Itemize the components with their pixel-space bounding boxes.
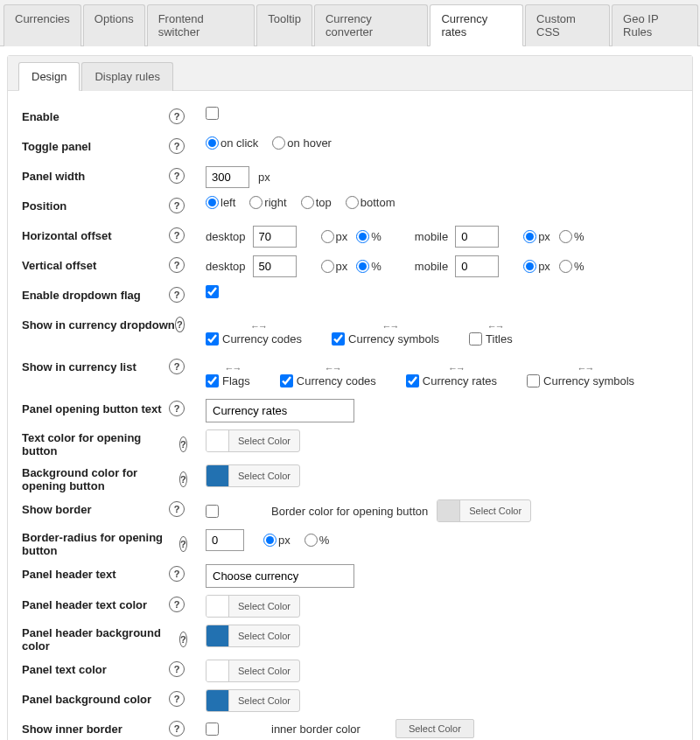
drag-icon[interactable]: ←→ xyxy=(325,364,340,373)
color-picker-bg-open-btn[interactable]: Select Color xyxy=(206,464,300,487)
label-position: Position xyxy=(22,199,66,213)
label-border-color-open-btn: Border color for opening button xyxy=(271,505,428,518)
tab-currency-converter[interactable]: Currency converter xyxy=(314,4,429,46)
label-panel-width: Panel width xyxy=(22,170,85,183)
radio-right[interactable]: right xyxy=(249,196,286,209)
help-icon[interactable]: ? xyxy=(169,401,185,416)
panel-open-btn-text-input[interactable] xyxy=(206,399,354,422)
tab-options[interactable]: Options xyxy=(83,4,145,46)
tab-custom-css[interactable]: Custom CSS xyxy=(525,4,610,46)
radio-top[interactable]: top xyxy=(301,196,332,209)
show-inner-border-checkbox[interactable] xyxy=(206,723,219,736)
v-offset-desktop-input[interactable] xyxy=(253,255,297,277)
drag-icon[interactable]: ←→ xyxy=(448,364,464,373)
radio-h-desk-pct[interactable]: % xyxy=(356,230,382,243)
drag-icon[interactable]: ←→ xyxy=(224,364,240,373)
color-swatch xyxy=(438,499,460,522)
color-picker-text-open-btn[interactable]: Select Color xyxy=(206,429,300,452)
color-picker-panel-bg[interactable]: Select Color xyxy=(206,689,300,712)
enable-checkbox[interactable] xyxy=(206,107,219,120)
help-icon[interactable]: ? xyxy=(179,436,187,452)
h-offset-desktop-input[interactable] xyxy=(253,226,297,248)
color-picker-header-text[interactable]: Select Color xyxy=(206,595,300,618)
chk-list-rates[interactable]: Currency rates xyxy=(406,374,497,387)
radio-on-hover[interactable]: on hover xyxy=(272,136,332,150)
help-icon[interactable]: ? xyxy=(169,227,185,243)
label-enable-dropdown-flag: Enable dropdown flag xyxy=(22,289,141,302)
radio-v-desk-pct[interactable]: % xyxy=(356,260,382,273)
tab-currency-rates[interactable]: Currency rates xyxy=(430,4,523,46)
help-icon[interactable]: ? xyxy=(169,501,185,517)
label-desktop: desktop xyxy=(206,260,246,273)
drag-icon[interactable]: ←→ xyxy=(578,364,593,373)
color-picker-panel-text[interactable]: Select Color xyxy=(206,660,300,682)
sub-tabs: Design Display rules xyxy=(8,56,692,91)
help-icon[interactable]: ? xyxy=(169,566,185,582)
help-icon[interactable]: ? xyxy=(175,317,185,332)
chk-dropdown-titles[interactable]: Titles xyxy=(469,332,513,346)
chk-list-codes[interactable]: Currency codes xyxy=(280,374,376,387)
radio-v-mob-px[interactable]: px xyxy=(523,260,550,273)
tab-currencies[interactable]: Currencies xyxy=(4,4,81,46)
help-icon[interactable]: ? xyxy=(169,359,185,374)
label-panel-header-text: Panel header text xyxy=(22,568,116,581)
radio-h-mob-px[interactable]: px xyxy=(523,230,550,243)
color-picker-inner-border[interactable]: Select Color xyxy=(396,719,474,738)
color-picker-header-bg[interactable]: Select Color xyxy=(206,625,300,647)
help-icon[interactable]: ? xyxy=(169,198,185,213)
label-panel-header-bg-color: Panel header background color xyxy=(22,626,179,653)
help-icon[interactable]: ? xyxy=(169,108,185,124)
color-swatch xyxy=(206,464,229,487)
label-show-in-dropdown: Show in currency dropdown xyxy=(22,318,175,332)
enable-dropdown-flag-checkbox[interactable] xyxy=(206,285,219,298)
panel-header-text-input[interactable] xyxy=(206,564,354,588)
drag-icon[interactable]: ←→ xyxy=(250,322,266,331)
help-icon[interactable]: ? xyxy=(169,721,185,737)
radio-br-px[interactable]: px xyxy=(263,534,290,547)
tab-frontend-switcher[interactable]: Frontend switcher xyxy=(147,4,256,46)
help-icon[interactable]: ? xyxy=(169,257,185,273)
label-mobile: mobile xyxy=(415,230,448,243)
radio-left[interactable]: left xyxy=(206,196,235,209)
drag-icon[interactable]: ←→ xyxy=(487,322,503,331)
help-icon[interactable]: ? xyxy=(169,661,185,677)
tab-tooltip[interactable]: Tooltip xyxy=(256,4,312,46)
radio-v-desk-px[interactable]: px xyxy=(321,260,348,273)
label-v-offset: Vertical offset xyxy=(22,259,96,272)
color-swatch xyxy=(206,595,229,618)
color-picker-border-open-btn[interactable]: Select Color xyxy=(437,499,531,522)
label-enable: Enable xyxy=(22,110,60,123)
help-icon[interactable]: ? xyxy=(179,471,187,487)
border-radius-input[interactable] xyxy=(206,529,244,551)
help-icon[interactable]: ? xyxy=(169,287,185,303)
color-swatch xyxy=(206,429,229,452)
help-icon[interactable]: ? xyxy=(169,597,185,612)
h-offset-mobile-input[interactable] xyxy=(455,226,499,248)
drag-icon[interactable]: ←→ xyxy=(382,322,398,331)
chk-dropdown-symbols[interactable]: Currency symbols xyxy=(332,332,439,346)
radio-h-desk-px[interactable]: px xyxy=(321,230,348,243)
label-panel-text-color: Panel text color xyxy=(22,663,107,676)
radio-v-mob-pct[interactable]: % xyxy=(559,260,584,273)
subtab-design[interactable]: Design xyxy=(18,62,80,91)
radio-br-pct[interactable]: % xyxy=(304,534,330,547)
subtab-display-rules[interactable]: Display rules xyxy=(81,62,172,91)
chk-list-flags[interactable]: Flags xyxy=(206,374,250,387)
radio-bottom[interactable]: bottom xyxy=(346,196,396,209)
chk-list-symbols[interactable]: Currency symbols xyxy=(527,374,634,387)
chk-dropdown-codes[interactable]: Currency codes xyxy=(206,332,302,346)
help-icon[interactable]: ? xyxy=(169,168,185,184)
show-border-checkbox[interactable] xyxy=(206,505,219,518)
help-icon[interactable]: ? xyxy=(179,632,187,647)
help-icon[interactable]: ? xyxy=(169,691,185,707)
label-toggle-panel: Toggle panel xyxy=(22,140,91,153)
help-icon[interactable]: ? xyxy=(179,536,187,552)
label-border-radius-open-btn: Border-radius for opening button xyxy=(22,531,179,557)
radio-h-mob-pct[interactable]: % xyxy=(559,230,584,243)
panel-width-input[interactable] xyxy=(206,166,249,188)
radio-on-click[interactable]: on click xyxy=(206,136,258,150)
help-icon[interactable]: ? xyxy=(169,138,185,154)
tab-geo-ip-rules[interactable]: Geo IP Rules xyxy=(612,4,698,46)
v-offset-mobile-input[interactable] xyxy=(455,255,499,277)
label-panel-header-text-color: Panel header text color xyxy=(22,598,147,611)
